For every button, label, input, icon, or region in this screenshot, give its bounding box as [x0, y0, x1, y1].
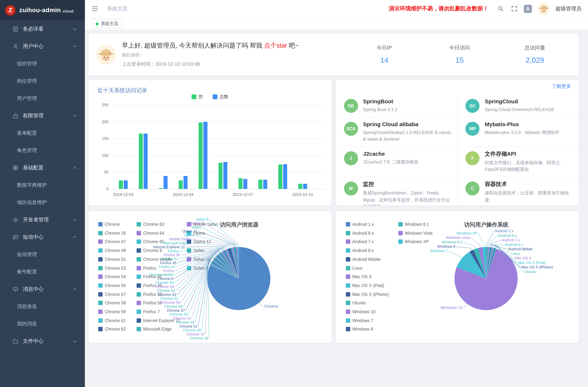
pie-label: Android 1.x: [495, 229, 513, 233]
label-line: [478, 233, 484, 247]
stat-value: 2,029: [520, 56, 550, 64]
sidebar-subitem-1-1[interactable]: 岗位管理: [0, 72, 85, 90]
star-link[interactable]: 点个star: [264, 42, 287, 49]
legend-label: 总数: [220, 94, 229, 100]
x-tick-label: 2019-12-01: [108, 192, 138, 197]
sidebar-subitem-3-0[interactable]: 数据字典维护: [0, 176, 85, 194]
bar[interactable]: [303, 184, 307, 189]
bar[interactable]: [159, 188, 163, 189]
bar[interactable]: [263, 180, 267, 189]
bar[interactable]: [218, 163, 223, 189]
user-avatar[interactable]: [537, 2, 550, 15]
bar[interactable]: [139, 133, 143, 189]
bar[interactable]: [283, 164, 287, 189]
stat-0: 今日IP14: [370, 44, 399, 64]
pie-label: Chrome 65: [155, 281, 173, 285]
learn-more-link[interactable]: 了解更多: [552, 83, 571, 90]
sidebar-item-2[interactable]: 权限管理: [0, 107, 85, 124]
topbar: 系统主页 演示环境维护不易，请勿乱删乱改数据！ A: [85, 0, 588, 18]
last-login: 上次登录时间：2019-12-10 10:03:08: [122, 61, 299, 67]
bar[interactable]: [243, 179, 247, 189]
bar[interactable]: [199, 123, 203, 189]
sidebar-subitem-1-2[interactable]: 用户管理: [0, 90, 85, 107]
feature-item-6[interactable]: M监控集成SpringBootAdmin、Zipkin、Redis、Mysql、…: [336, 177, 457, 206]
pie-svg: Safari 9Safari 11SafariOpera 12OperaMobi…: [89, 211, 331, 343]
bar[interactable]: [164, 176, 168, 189]
sidebar-subitem-6-1[interactable]: 我的消息: [0, 315, 85, 332]
sidebar-item-7[interactable]: 文件中心: [0, 332, 85, 350]
feature-item-7[interactable]: C容器技术虚拟化容器技术，让迁移、部署更加方便快捷: [457, 177, 579, 206]
feature-item-5[interactable]: F文件存储API封装文件接口，实现本地存储、阿里云、FastDFS存储的配置化: [457, 147, 579, 177]
bar[interactable]: [298, 184, 302, 189]
feature-title: 文件存储API: [485, 150, 573, 158]
sidebar-subitem-3-1[interactable]: 地区信息维护: [0, 194, 85, 211]
bar[interactable]: [119, 180, 123, 189]
gridline: [112, 105, 325, 105]
sidebar-item-1[interactable]: 用户中心: [0, 38, 85, 55]
pie-label: Internet Explorer 11: [153, 245, 185, 249]
bar[interactable]: [203, 122, 208, 189]
feature-desc: 封装文件接口，实现本地存储、阿里云、FastDFS存储的配置化: [485, 159, 573, 173]
sidebar-item-5[interactable]: 短信中心: [0, 228, 85, 246]
sidebar-subitem-2-1[interactable]: 角色管理: [0, 142, 85, 159]
sidebar-subitem-5-0[interactable]: 短信管理: [0, 246, 85, 263]
sidebar-logo[interactable]: Z zuihou-admin cloud: [0, 0, 85, 20]
bar[interactable]: [238, 178, 243, 189]
y-tick-label: 250: [89, 102, 108, 107]
folder-icon: [12, 338, 19, 344]
feature-title: 容器技术: [485, 181, 573, 188]
sidebar-toggle-button[interactable]: [91, 5, 99, 13]
feature-item-2[interactable]: SCASpring Cloud alibabaSpringCloudAlibab…: [336, 117, 457, 147]
pie-label: Chrome Mobile: [149, 273, 174, 277]
username[interactable]: 超级管理员: [556, 5, 581, 12]
visits-chart-legend: 您总数: [89, 94, 331, 100]
font-size-icon[interactable]: A: [524, 5, 532, 13]
label-line: [448, 251, 462, 258]
bar[interactable]: [184, 176, 188, 189]
pie-label: Firefox 56: [164, 253, 180, 257]
feature-title: SpringCloud: [485, 98, 555, 104]
feature-item-1[interactable]: SCSpringCloudSpring Cloud Greenwich.RELE…: [457, 94, 579, 117]
search-icon[interactable]: [496, 5, 504, 13]
label-line: [464, 304, 467, 308]
feature-item-0[interactable]: SBSpringBootSpring Boot 2.1.2: [336, 94, 457, 117]
legend-item-1[interactable]: 总数: [213, 94, 229, 100]
pie-label: Firefox 42: [159, 265, 175, 269]
pie-label: Chrome 26: [190, 336, 208, 340]
chevron-down-icon: [73, 27, 77, 30]
fullscreen-icon[interactable]: [510, 5, 518, 13]
stat-label: 今日IP: [370, 44, 399, 51]
pie-label: Chrome 8: [157, 277, 173, 281]
sidebar-subitem-1-0[interactable]: 组织管理: [0, 55, 85, 72]
app-title: zuihou-admin: [19, 6, 61, 14]
pie-label: Chrome 63: [157, 288, 175, 293]
feature-badge: M: [344, 182, 358, 196]
pie-label: Windows 7: [430, 249, 448, 253]
legend-swatch: [213, 94, 217, 99]
feature-item-3[interactable]: MPMybatis-PlusMybatis-plus 3.2.0：Mybatis…: [457, 117, 579, 147]
breadcrumb[interactable]: 系统主页: [107, 5, 128, 12]
sidebar-item-0[interactable]: 务必详看: [0, 20, 85, 38]
bar[interactable]: [124, 180, 128, 189]
feature-badge: C: [466, 182, 480, 196]
greeting-title: 早上好, 超级管理员, 今天帮别人解决问题了吗 帮我 点个star 吧~: [122, 41, 299, 50]
bar[interactable]: [258, 180, 262, 189]
browser-pie-chart: Safari 9Safari 11SafariOpera 12OperaMobi…: [89, 211, 331, 343]
sidebar-item-4[interactable]: 开发者管理: [0, 211, 85, 228]
sidebar-subitem-2-0[interactable]: 菜单配置: [0, 124, 85, 142]
sidebar-subitem-5-1[interactable]: 账号配置: [0, 263, 85, 280]
pie-label: Chrome: [264, 304, 278, 309]
bar[interactable]: [223, 162, 227, 189]
bar[interactable]: [144, 133, 148, 189]
feature-item-4[interactable]: JJ2cacheJ2cache2.7.8: 二级缓存框架: [336, 147, 457, 177]
sidebar-item-label: 文件中心: [23, 338, 43, 344]
bar[interactable]: [278, 165, 282, 189]
sidebar-subitem-6-0[interactable]: 消息推送: [0, 298, 85, 315]
y-tick-label: 200: [89, 119, 108, 124]
bar[interactable]: [179, 180, 183, 189]
legend-item-0[interactable]: 您: [191, 94, 203, 100]
feature-title: 监控: [363, 181, 451, 188]
sidebar-item-3[interactable]: 基础配置: [0, 159, 85, 176]
sidebar-item-6[interactable]: 消息中心: [0, 280, 85, 298]
tab-home[interactable]: 系统主页: [92, 19, 123, 28]
